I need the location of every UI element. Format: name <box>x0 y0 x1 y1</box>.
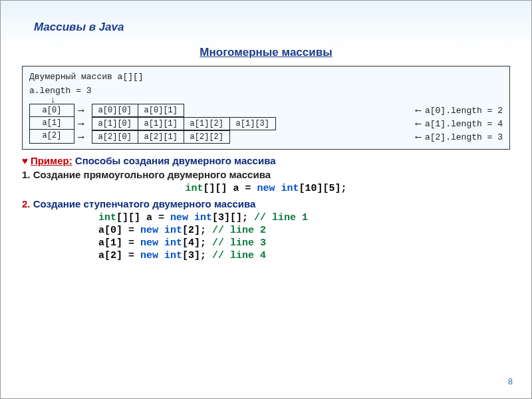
array-cell: a[1][1] <box>138 117 184 130</box>
code-line: a[2] = new int[3]; // line 4 <box>98 250 510 261</box>
diagram-row: ⟶ a[2][0] a[2][1] a[2][2] ⟵a[2].length =… <box>74 130 503 144</box>
left-column: a[0] a[1] a[2] <box>29 104 74 144</box>
code-new: new int <box>140 237 182 249</box>
diagram-title: Двумерный массив a[][] <box>29 72 503 82</box>
step-1: 1. Создание прямоугольного двумерного ма… <box>22 169 510 180</box>
arrow-left-icon: ⟵ <box>416 105 421 116</box>
array-cell: a[1][2] <box>184 117 230 130</box>
example-text-val: Способы создания двумерного массива <box>75 155 276 166</box>
code-new: new int <box>170 212 212 223</box>
code-line: a[0] = new int[2]; // line 2 <box>98 225 510 236</box>
heart-icon: ♥ <box>22 155 28 166</box>
code-rest: a[2] = <box>98 250 140 261</box>
left-cell: a[0] <box>30 104 74 116</box>
code-block-1: int[][] a = new int[10][5]; <box>22 183 510 194</box>
code-type: int <box>98 212 116 223</box>
diagram-row: ⟶ a[1][0] a[1][1] a[1][2] a[1][3] ⟵a[1].… <box>74 117 503 130</box>
arrow-right-icon: ⟶ <box>78 105 84 116</box>
code-mid: [3]; <box>182 250 212 261</box>
array-cell: a[2][1] <box>138 130 184 144</box>
slide-subtitle: Многомерные массивы <box>22 46 510 59</box>
example-heading: ♥Пример: Способы создания двумерного мас… <box>22 155 510 166</box>
arrow-left-icon: ⟵ <box>416 118 421 129</box>
slide-header: Массивы в Java <box>34 21 510 34</box>
step-2: 2. Создание ступенчатого двумерного масс… <box>22 198 510 209</box>
array-cell: a[0][0] <box>92 104 138 117</box>
array-cell: a[1][3] <box>230 117 276 130</box>
code-comment: // line 4 <box>212 250 266 261</box>
code-mid: [4]; <box>182 237 212 249</box>
example-label: Пример: <box>31 155 72 166</box>
code-comment: // line 2 <box>212 225 266 236</box>
code-new: new int <box>257 183 299 194</box>
left-cell: a[1] <box>30 116 74 129</box>
down-arrow-icon: ↓ <box>51 97 503 104</box>
array-diagram: Двумерный массив a[][] a.length = 3 ↓ a[… <box>22 66 510 150</box>
code-rest: a[1] = <box>98 237 140 249</box>
step1-text: Создание прямоугольного двумерного масси… <box>33 169 271 180</box>
code-new: new int <box>140 250 182 261</box>
array-cell: a[1][0] <box>92 117 138 130</box>
row-length: a[0].length = 2 <box>425 106 503 116</box>
step2-num: 2. <box>22 198 31 209</box>
code-type: int <box>185 183 203 194</box>
left-cell: a[2] <box>30 129 74 142</box>
page-number: 8 <box>508 376 513 386</box>
diagram-length: a.length = 3 <box>29 86 503 96</box>
array-cell: a[0][1] <box>138 104 184 117</box>
code-rest: a[0] = <box>98 225 140 236</box>
code-mid: [2]; <box>182 225 212 236</box>
code-new: new int <box>140 225 182 236</box>
diagram-row: ⟶ a[0][0] a[0][1] ⟵a[0].length = 2 <box>74 104 503 117</box>
step2-text: Создание ступенчатого двумерного массива <box>33 198 256 209</box>
row-length: a[2].length = 3 <box>425 132 503 142</box>
code-decl: [][] a = <box>203 183 257 194</box>
slide: Массивы в Java Многомерные массивы Двуме… <box>0 0 532 399</box>
code-tail: [10][5]; <box>299 183 347 194</box>
code-comment: // line 1 <box>254 212 308 223</box>
step1-num: 1. <box>22 169 31 180</box>
arrow-right-icon: ⟶ <box>78 118 84 129</box>
array-cell: a[2][0] <box>92 130 138 144</box>
code-comment: // line 3 <box>212 237 266 249</box>
code-rest: [][] a = <box>116 212 170 223</box>
code-line: a[1] = new int[4]; // line 3 <box>98 237 510 249</box>
arrow-left-icon: ⟵ <box>416 132 421 142</box>
arrow-right-icon: ⟶ <box>78 132 84 142</box>
code-line: int[][] a = new int[3][]; // line 1 <box>98 212 510 223</box>
array-cell: a[2][2] <box>184 130 230 144</box>
row-length: a[1].length = 4 <box>425 119 503 129</box>
code-mid: [3][]; <box>212 212 254 223</box>
